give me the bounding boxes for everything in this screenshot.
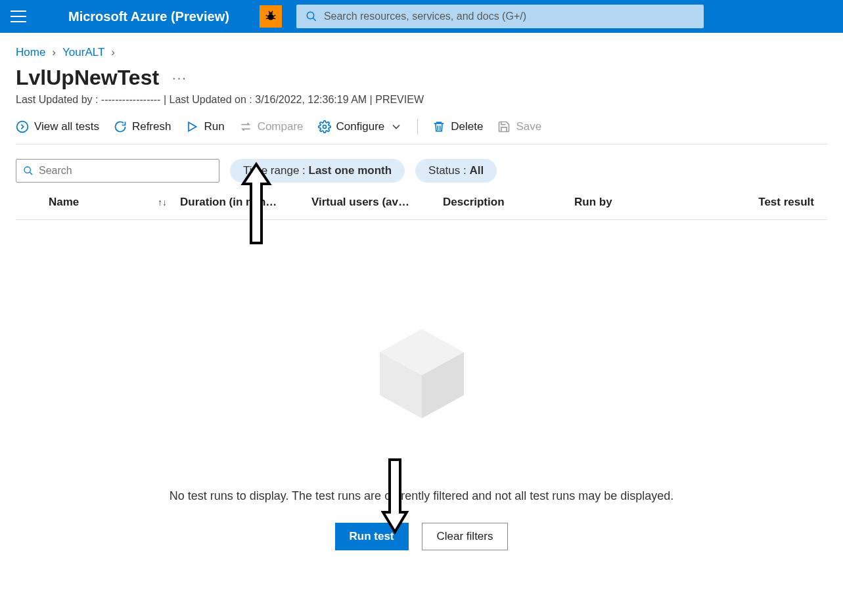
compare-label: Compare xyxy=(258,120,304,133)
hamburger-menu[interactable] xyxy=(11,11,26,22)
global-search-input[interactable] xyxy=(324,11,695,22)
more-options-icon[interactable]: ··· xyxy=(172,70,187,85)
run-label: Run xyxy=(204,120,224,133)
column-duration[interactable]: Duration (in min… xyxy=(180,196,311,209)
compare-icon xyxy=(239,120,252,133)
clear-filters-button[interactable]: Clear filters xyxy=(422,523,509,550)
svg-line-12 xyxy=(30,172,32,175)
svg-point-0 xyxy=(267,14,273,20)
configure-label: Configure xyxy=(336,120,385,133)
refresh-button[interactable]: Refresh xyxy=(114,120,171,133)
refresh-label: Refresh xyxy=(132,120,171,133)
empty-cube-icon xyxy=(369,319,474,424)
configure-button[interactable]: Configure xyxy=(318,120,403,133)
time-range-filter[interactable]: Time range : Last one month xyxy=(230,159,405,183)
column-description[interactable]: Description xyxy=(443,196,574,209)
delete-label: Delete xyxy=(451,120,483,133)
search-filter[interactable] xyxy=(16,159,219,183)
svg-line-8 xyxy=(313,18,316,21)
sort-icon: ↑↓ xyxy=(158,197,167,208)
content-area: Home › YourALT › LvlUpNewTest ··· Last U… xyxy=(0,33,843,563)
toolbar: View all tests Refresh Run Compare xyxy=(16,119,827,144)
run-button[interactable]: Run xyxy=(185,120,224,133)
arrow-right-circle-icon xyxy=(16,120,29,133)
bug-icon[interactable] xyxy=(260,5,282,28)
chevron-right-icon: › xyxy=(111,46,115,59)
svg-line-5 xyxy=(269,11,269,13)
view-all-tests-button[interactable]: View all tests xyxy=(16,120,99,133)
column-run-by[interactable]: Run by xyxy=(574,196,706,209)
svg-line-4 xyxy=(273,18,276,19)
title-row: LvlUpNewTest ··· xyxy=(16,66,827,90)
delete-button[interactable]: Delete xyxy=(432,120,483,133)
empty-buttons: Run test Clear filters xyxy=(335,523,509,550)
svg-point-11 xyxy=(24,167,30,173)
svg-point-7 xyxy=(307,12,314,19)
brand-title: Microsoft Azure (Preview) xyxy=(68,9,229,24)
run-test-button[interactable]: Run test xyxy=(335,523,409,550)
top-bar: Microsoft Azure (Preview) xyxy=(0,0,843,33)
page-subtitle: Last Updated by : ----------------- | La… xyxy=(16,94,827,106)
column-test-result[interactable]: Test result xyxy=(706,196,827,209)
breadcrumb: Home › YourALT › xyxy=(16,46,827,59)
search-icon xyxy=(306,11,317,22)
search-filter-input[interactable] xyxy=(39,165,212,177)
view-all-tests-label: View all tests xyxy=(34,120,99,133)
empty-state: No test runs to display. The test runs a… xyxy=(16,319,827,550)
refresh-icon xyxy=(114,120,127,133)
play-icon xyxy=(185,120,198,133)
status-filter[interactable]: Status : All xyxy=(415,159,497,183)
breadcrumb-resource[interactable]: YourALT xyxy=(62,46,104,59)
save-button: Save xyxy=(497,120,541,133)
svg-point-10 xyxy=(323,125,326,129)
svg-line-3 xyxy=(266,18,269,19)
column-virtual-users[interactable]: Virtual users (av… xyxy=(311,196,443,209)
save-icon xyxy=(497,120,511,133)
global-search[interactable] xyxy=(296,5,704,28)
filter-row: Time range : Last one month Status : All xyxy=(16,159,827,183)
empty-message: No test runs to display. The test runs a… xyxy=(170,489,674,503)
trash-icon xyxy=(432,120,445,133)
chevron-down-icon xyxy=(390,120,403,133)
toolbar-divider xyxy=(417,119,418,135)
table-header: Name ↑↓ Duration (in min… Virtual users … xyxy=(16,183,827,220)
page-title: LvlUpNewTest xyxy=(16,66,159,90)
svg-line-1 xyxy=(266,15,269,16)
search-icon xyxy=(23,165,34,176)
svg-point-9 xyxy=(17,121,28,133)
chevron-right-icon: › xyxy=(52,46,56,59)
breadcrumb-home[interactable]: Home xyxy=(16,46,45,59)
svg-line-6 xyxy=(272,11,273,13)
column-name[interactable]: Name ↑↓ xyxy=(49,196,180,209)
compare-button: Compare xyxy=(239,120,304,133)
svg-line-2 xyxy=(273,15,276,16)
save-label: Save xyxy=(516,120,541,133)
gear-icon xyxy=(318,120,331,133)
